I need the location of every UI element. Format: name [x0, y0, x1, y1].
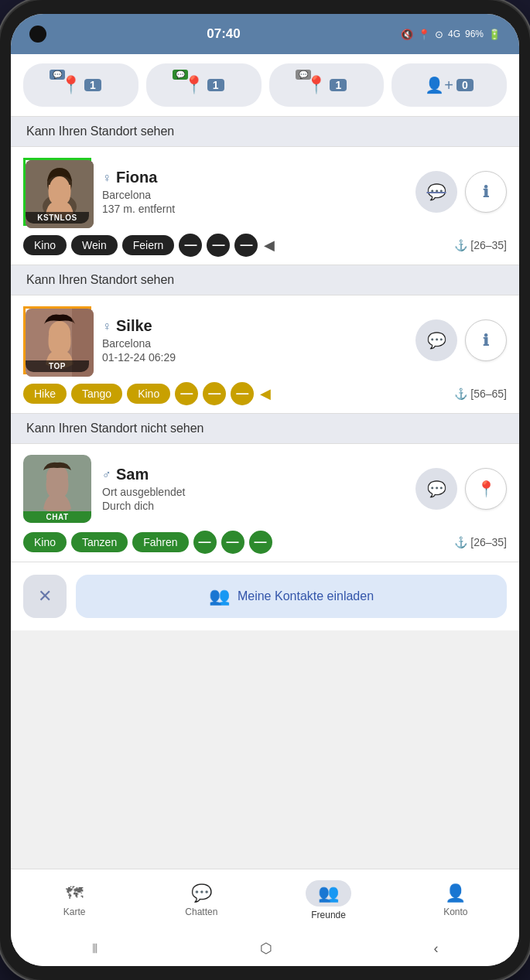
tag-fiona-0: Kino	[23, 235, 67, 255]
android-nav: ⦀ ⬡ ‹	[11, 930, 519, 966]
invite-button[interactable]: 👥 Meine Kontakte einladen	[76, 575, 507, 618]
no-chat-btn-silke[interactable]: 💬	[415, 319, 457, 361]
info-icon-fiona: ℹ	[483, 183, 489, 201]
avatar-fiona[interactable]: KSTNLOS	[23, 158, 91, 226]
tag-dot-silke-2: —	[231, 382, 254, 405]
tag-fiona-2: Feiern	[122, 235, 175, 255]
android-back-btn[interactable]: ‹	[434, 941, 439, 957]
tags-row-fiona: Kino Wein Feiern — — — ◀ ⚓ [26–35]	[23, 234, 507, 257]
age-icon-silke: ⚓	[454, 388, 467, 400]
phone-screen: 07:40 🔇 📍 ⊙ 4G 96% 🔋 📍 💬 1 📍 💬 1	[11, 14, 519, 966]
bottom-actions: ✕ 👥 Meine Kontakte einladen	[11, 562, 519, 630]
user-name-sam: Sam	[116, 466, 149, 483]
camera-notch	[29, 26, 46, 43]
tag-dot-fiona-0: —	[179, 234, 202, 257]
avatar-sam[interactable]: CHAT	[23, 455, 91, 523]
age-badge-sam: ⚓ [26–35]	[454, 536, 507, 548]
user-card-silke: TOP ♀ Silke Barcelona 01-12-24 06:29 💬	[11, 295, 519, 414]
status-time: 07:40	[207, 26, 240, 42]
tag-dot-silke-0: —	[175, 382, 198, 405]
notification-tabs: 📍 💬 1 📍 💬 1 📍 💬 1 👤+ 0	[11, 54, 519, 117]
android-home-btn[interactable]: ⬡	[260, 940, 272, 957]
info-btn-fiona[interactable]: ℹ	[465, 171, 507, 213]
scroll-content: Kann Ihren Standort sehen	[11, 117, 519, 869]
user-location-sam: Ort ausgeblendet	[102, 486, 405, 498]
age-icon-fiona: ⚓	[454, 239, 467, 251]
notif-count-1: 1	[84, 79, 101, 91]
nav-item-freunde[interactable]: 👥 Freunde	[265, 869, 392, 930]
user-location-fiona: Barcelona	[102, 189, 405, 201]
status-bar: 07:40 🔇 📍 ⊙ 4G 96% 🔋	[11, 14, 519, 54]
no-chat-btn-fiona[interactable]: 💬	[415, 171, 457, 213]
notif-count-add: 0	[456, 79, 474, 91]
tag-dot-silke-1: —	[203, 382, 226, 405]
info-icon-silke: ℹ	[483, 331, 489, 350]
mute-icon: 🔇	[401, 29, 413, 40]
user-name-silke: Silke	[116, 317, 152, 335]
tag-sam-0: Kino	[23, 532, 67, 552]
tag-silke-2: Kino	[127, 384, 170, 404]
tag-dot-sam-0: —	[193, 531, 217, 554]
tag-sam-1: Tanzen	[71, 532, 128, 552]
notif-tab-add[interactable]: 👤+ 0	[392, 63, 507, 107]
phone-shell: 07:40 🔇 📍 ⊙ 4G 96% 🔋 📍 💬 1 📍 💬 1	[0, 0, 530, 980]
user-info-sam: ♂ Sam Ort ausgeblendet Durch dich	[102, 466, 405, 512]
no-chat-icon: 💬	[427, 183, 446, 201]
nav-label-freunde: Freunde	[311, 910, 346, 920]
collapse-icon: ✕	[38, 586, 52, 606]
location-icon: 📍	[418, 29, 430, 40]
status-icons: 🔇 📍 ⊙ 4G 96% 🔋	[401, 29, 501, 40]
gender-icon-sam: ♂	[102, 468, 111, 482]
collapse-button[interactable]: ✕	[23, 575, 67, 618]
no-chat-icon-silke: 💬	[427, 331, 446, 350]
gender-icon-silke: ♀	[102, 319, 111, 333]
account-icon: 👤	[445, 883, 466, 903]
user-distance-silke: 01-12-24 06:29	[102, 351, 405, 364]
battery-full: 🔋	[488, 29, 501, 40]
avatar-label-fiona: KSTNLOS	[26, 212, 89, 224]
more-icon-silke: ◀	[260, 385, 271, 402]
tag-dot-sam-1: —	[221, 531, 244, 554]
tag-dot-fiona-1: —	[207, 234, 230, 257]
avatar-silke[interactable]: TOP	[23, 306, 91, 374]
user-actions-fiona: 💬 ℹ	[415, 171, 507, 213]
location-icon-sam: 📍	[477, 480, 496, 498]
invite-icon: 👥	[209, 586, 230, 606]
tag-dot-fiona-2: —	[234, 234, 258, 257]
notif-count-3: 1	[330, 79, 347, 91]
no-chat-btn-sam[interactable]: 💬	[415, 468, 457, 510]
user-card-fiona: KSTNLOS ♀ Fiona Barcelona 137 m. entfern…	[11, 147, 519, 265]
section-header-3: Kann Ihren Standort nicht sehen	[11, 414, 519, 444]
notif-tab-1[interactable]: 📍 💬 1	[23, 63, 138, 107]
chat-icon: 💬	[191, 883, 212, 903]
avatar-label-sam: CHAT	[23, 511, 91, 523]
section-header-2: Kann Ihren Standort sehen	[11, 265, 519, 295]
bottom-nav: 🗺 Karte 💬 Chatten 👥 Freunde 👤 Konto	[11, 869, 519, 930]
notif-tab-3[interactable]: 📍 💬 1	[269, 63, 385, 107]
location-btn-sam[interactable]: 📍	[465, 468, 507, 510]
tag-silke-0: Hike	[23, 384, 67, 404]
age-icon-sam: ⚓	[454, 536, 467, 548]
more-icon-fiona: ◀	[264, 237, 275, 254]
user-distance-fiona: 137 m. entfernt	[102, 203, 405, 215]
android-recent-btn[interactable]: ⦀	[92, 941, 98, 957]
age-badge-fiona: ⚓ [26–35]	[454, 239, 507, 251]
nav-item-karte[interactable]: 🗺 Karte	[11, 869, 138, 930]
user-actions-silke: 💬 ℹ	[415, 319, 507, 361]
nav-label-konto: Konto	[443, 907, 467, 917]
tag-silke-1: Tango	[71, 384, 122, 404]
nav-item-chatten[interactable]: 💬 Chatten	[138, 869, 265, 930]
battery-icon: 96%	[465, 29, 484, 39]
tag-sam-2: Fahren	[132, 532, 188, 552]
gender-icon-fiona: ♀	[102, 171, 111, 185]
info-btn-silke[interactable]: ℹ	[465, 319, 507, 361]
tags-row-silke: Hike Tango Kino — — — ◀ ⚓ [56–65]	[23, 382, 507, 405]
avatar-label-silke: TOP	[26, 360, 89, 372]
wifi-icon: ⊙	[435, 29, 443, 40]
user-info-silke: ♀ Silke Barcelona 01-12-24 06:29	[102, 317, 405, 364]
user-distance-sam: Durch dich	[102, 500, 405, 512]
notif-tab-2[interactable]: 📍 💬 1	[146, 63, 262, 107]
nav-item-konto[interactable]: 👤 Konto	[392, 869, 519, 930]
user-info-fiona: ♀ Fiona Barcelona 137 m. entfernt	[102, 169, 405, 215]
age-badge-silke: ⚓ [56–65]	[454, 388, 507, 400]
